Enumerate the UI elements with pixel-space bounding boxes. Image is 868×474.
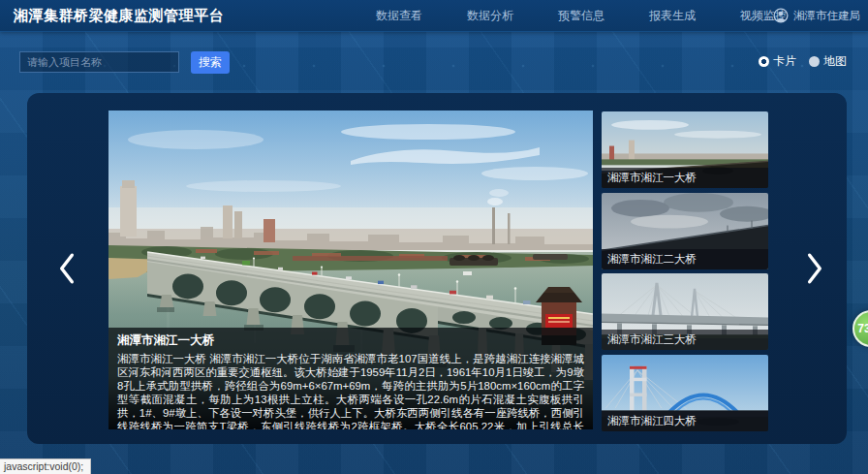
bridge-title: 湘潭市湘江一大桥 — [117, 332, 584, 349]
user-name: 湘潭市住建局 — [793, 9, 860, 23]
view-toggle: 卡片 地图 — [759, 53, 847, 70]
nav-item-data-view[interactable]: 数据查看 — [376, 8, 422, 24]
view-option-card[interactable]: 卡片 — [759, 53, 796, 70]
radio-unselected-icon — [809, 56, 820, 67]
nav-item-report-generation[interactable]: 报表生成 — [649, 8, 696, 24]
nav-item-data-analysis[interactable]: 数据分析 — [467, 8, 513, 24]
score-badge-value: 73 — [857, 322, 868, 335]
app-title: 湘潭集群桥梁健康监测管理平台 — [14, 7, 224, 25]
carousel-panel: 湘潭市湘江一大桥 湘潭市湘江一大桥 湘潭市湘江一大桥位于湖南省湘潭市老107国道… — [27, 93, 847, 444]
search-input[interactable] — [19, 51, 179, 73]
chevron-left-icon — [56, 252, 78, 285]
view-option-card-label: 卡片 — [773, 53, 796, 70]
chevron-right-icon — [804, 252, 825, 285]
thumbnail-bridge-2-label: 湘潭市湘江二大桥 — [602, 249, 768, 269]
carousel-next-button[interactable] — [800, 250, 829, 287]
thumbnail-bridge-3[interactable]: 湘潭市湘江三大桥 — [602, 273, 768, 350]
view-option-map-label: 地图 — [823, 53, 847, 70]
status-tooltip: javascript:void(0); — [0, 458, 91, 474]
thumbnail-bridge-3-label: 湘潭市湘江三大桥 — [602, 330, 768, 350]
thumbnail-bridge-1[interactable]: 湘潭市湘江一大桥 — [602, 111, 768, 188]
carousel-slide[interactable]: 湘潭市湘江一大桥 湘潭市湘江一大桥 湘潭市湘江一大桥位于湖南省湘潭市老107国道… — [108, 111, 593, 429]
user-menu[interactable]: 湘潭市住建局 — [773, 0, 860, 31]
slide-caption: 湘潭市湘江一大桥 湘潭市湘江一大桥 湘潭市湘江一大桥位于湖南省湘潭市老107国道… — [108, 328, 593, 429]
view-option-map[interactable]: 地图 — [809, 53, 847, 70]
app-header: 湘潭集群桥梁健康监测管理平台 数据查看 数据分析 预警信息 报表生成 视频监控 … — [0, 0, 868, 31]
thumbnail-bridge-4-label: 湘潭市湘江四大桥 — [602, 411, 768, 431]
thumbnail-bridge-2[interactable]: 湘潭市湘江二大桥 — [602, 193, 768, 269]
radio-selected-icon — [759, 56, 769, 67]
search-button[interactable]: 搜索 — [191, 51, 230, 74]
main-nav: 数据查看 数据分析 预警信息 报表生成 视频监控 — [376, 0, 787, 31]
user-avatar-icon — [773, 8, 789, 23]
carousel-prev-button[interactable] — [52, 250, 81, 287]
thumbnail-bridge-1-label: 湘潭市湘江一大桥 — [602, 168, 768, 188]
thumbnail-list: 湘潭市湘江一大桥 湘潭市湘江二大桥 — [602, 111, 768, 431]
nav-item-warning-info[interactable]: 预警信息 — [558, 8, 604, 24]
thumbnail-bridge-4[interactable]: 湘潭市湘江四大桥 — [602, 355, 768, 431]
bridge-description: 湘潭市湘江一大桥 湘潭市湘江一大桥位于湖南省湘潭市老107国道线上，是跨越湘江连… — [117, 352, 584, 429]
